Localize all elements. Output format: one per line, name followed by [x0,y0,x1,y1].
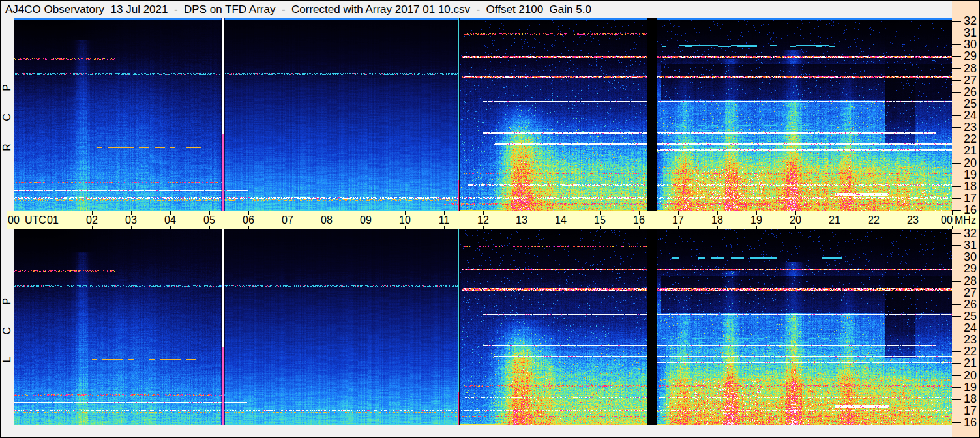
time-label: 17 [667,214,689,226]
spectrogram-lcp-canvas [14,229,952,425]
spectrogram-rcp-canvas [14,18,952,211]
freq-tick [952,68,961,69]
freq-tick [952,351,961,352]
freq-label: 22 [964,132,979,145]
freq-label: 23 [964,121,979,134]
freq-tick [952,411,961,411]
time-label: 21 [824,214,846,226]
freq-tick [952,293,961,293]
freq-label: 28 [964,274,979,287]
time-label: 23 [902,214,924,226]
time-label: 16 [628,214,650,226]
freq-label: 29 [964,262,979,275]
freq-label: 27 [964,74,979,87]
time-label: 15 [589,214,611,226]
time-label: 03 [120,214,142,226]
freq-tick [952,245,961,246]
freq-label: 30 [964,38,979,51]
time-label: 22 [863,214,885,226]
freq-label: 27 [964,286,979,299]
freq-tick [952,281,961,282]
time-label: 00 [3,214,25,226]
freq-tick [952,257,961,257]
freq-label: 22 [964,345,979,358]
freq-tick [952,21,961,22]
time-label: 11 [433,214,455,226]
time-label: 20 [784,214,807,226]
time-label: 14 [550,214,572,226]
freq-label: 32 [964,14,979,27]
freq-tick [952,210,961,211]
freq-tick [952,363,961,364]
rcp-panel-label: R C P [1,63,14,167]
freq-label: 31 [964,26,979,39]
freq-label: 17 [964,192,979,205]
freq-tick [952,104,961,104]
freq-label: 16 [964,203,979,216]
freq-label: 25 [964,97,979,110]
freq-label: 29 [964,50,979,63]
time-label: 19 [745,214,767,226]
freq-tick [952,151,961,151]
freq-tick [952,33,961,33]
freq-label: 21 [964,357,979,370]
utc-label: UTC [25,214,46,226]
freq-label: 30 [964,250,979,263]
freq-label: 19 [964,168,979,181]
freq-label: 19 [964,381,979,394]
freq-tick [952,328,961,328]
time-label: 06 [237,214,260,226]
freq-tick [952,387,961,388]
freq-label: 28 [964,62,979,75]
time-label: 13 [511,214,533,226]
freq-label: 17 [964,404,979,417]
time-label: 18 [706,214,728,226]
freq-tick [952,198,961,199]
freq-tick [952,304,961,305]
freq-label: 32 [964,227,979,240]
freq-tick [952,399,961,400]
freq-tick [952,44,961,45]
freq-tick [952,233,961,234]
freq-label: 26 [964,298,979,311]
time-label: 12 [472,214,494,226]
freq-tick [952,56,961,57]
freq-label: 20 [964,156,979,169]
freq-label: 18 [964,392,979,405]
title-bar-text: AJ4CO Observatory 13 Jul 2021 - DPS on T… [5,3,591,16]
freq-label: 18 [964,180,979,193]
freq-label: 16 [964,416,979,429]
time-label: 07 [276,214,299,226]
time-label: 09 [355,214,377,226]
lcp-panel-label: L C P [1,275,14,379]
freq-tick [952,163,961,164]
freq-tick [952,375,961,376]
app-frame: AJ4CO Observatory 13 Jul 2021 - DPS on T… [0,0,980,438]
freq-label: 24 [964,109,979,122]
freq-label: 25 [964,310,979,323]
time-label: 10 [394,214,416,226]
freq-label: 21 [964,144,979,157]
freq-tick [952,340,961,340]
freq-tick [952,139,961,139]
freq-tick [952,127,961,128]
freq-tick [952,80,961,81]
freq-tick [952,422,961,423]
freq-label: 31 [964,239,979,252]
freq-tick [952,115,961,116]
freq-tick [952,269,961,269]
time-label: 05 [198,214,220,226]
freq-label: 24 [964,321,979,334]
freq-tick [952,316,961,317]
freq-tick [952,175,961,175]
time-label: 04 [159,214,181,226]
freq-tick [952,92,961,93]
freq-label: 26 [964,85,979,98]
time-label: 02 [81,214,103,226]
freq-label: 20 [964,369,979,382]
freq-tick [952,186,961,187]
freq-label: 23 [964,333,979,346]
time-label: 08 [316,214,338,226]
